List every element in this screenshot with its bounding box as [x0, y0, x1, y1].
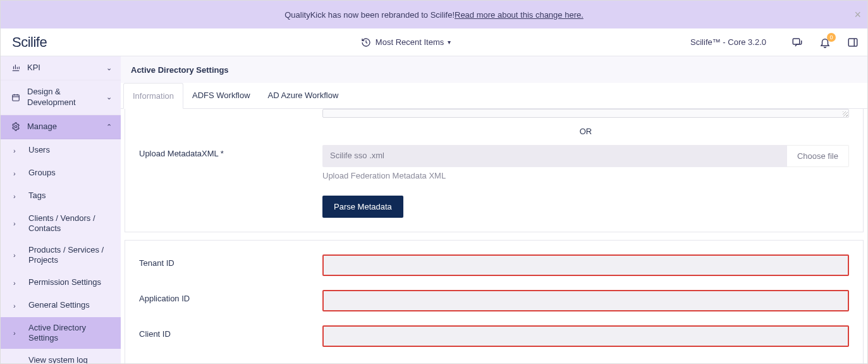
choose-file-button[interactable]: Choose file: [787, 145, 849, 167]
history-icon: [360, 37, 372, 48]
sidebar-label: KPI: [27, 63, 106, 73]
chevron-right-icon: ›: [13, 302, 18, 310]
svg-rect-0: [793, 39, 800, 44]
chart-icon: [11, 63, 21, 73]
header-actions: 0: [792, 37, 867, 48]
sidebar: KPI ⌄ Design & Development ⌄ Manage ⌃ ›U…: [1, 56, 121, 364]
chevron-right-icon: ›: [13, 329, 18, 337]
sidebar-section-manage[interactable]: Manage ⌃: [1, 115, 121, 139]
tenant-id-label: Tenant ID: [139, 254, 322, 268]
sidebar-item-products[interactable]: ›Products / Services / Projects: [1, 239, 121, 272]
version-text: Scilife™ - Core 3.2.0: [690, 37, 766, 47]
close-icon[interactable]: ×: [854, 8, 861, 22]
sidebar-item-label: View system log: [28, 355, 112, 364]
chevron-right-icon: ›: [13, 170, 18, 177]
chevron-down-icon: ▾: [448, 39, 451, 46]
sidebar-item-label: Products / Services / Projects: [28, 245, 112, 266]
sidebar-label: Design & Development: [27, 87, 106, 108]
chevron-right-icon: ›: [13, 147, 18, 154]
sidebar-item-permission[interactable]: ›Permission Settings: [1, 272, 121, 294]
sidebar-item-users[interactable]: ›Users: [1, 139, 121, 162]
svg-rect-1: [848, 39, 857, 46]
chevron-right-icon: ›: [13, 220, 18, 227]
sidebar-item-groups[interactable]: ›Groups: [1, 162, 121, 185]
chevron-down-icon: ⌄: [106, 64, 112, 72]
svg-rect-3: [13, 95, 20, 101]
sidebar-item-clients[interactable]: ›Clients / Vendors / Contacts: [1, 208, 121, 240]
chevron-down-icon: ⌄: [106, 93, 112, 101]
feedback-icon[interactable]: [792, 37, 803, 48]
sidebar-item-label: Clients / Vendors / Contacts: [28, 213, 112, 234]
sidebar-item-label: Groups: [28, 168, 112, 178]
panel-icon[interactable]: [847, 37, 859, 48]
tab-azure-workflow[interactable]: AD Azure Workflow: [259, 83, 348, 108]
tab-adfs-workflow[interactable]: ADFS Workflow: [183, 83, 259, 108]
tabs: Information ADFS Workflow AD Azure Workf…: [121, 83, 867, 109]
logo: Scilife: [1, 34, 121, 51]
main-content: Active Directory Settings Information AD…: [121, 56, 867, 364]
sidebar-item-label: General Settings: [28, 300, 112, 310]
sidebar-section-kpi[interactable]: KPI ⌄: [1, 56, 121, 80]
rebrand-banner: QualityKick has now been rebranded to Sc…: [1, 1, 867, 28]
tab-information[interactable]: Information: [123, 83, 183, 109]
banner-text: QualityKick has now been rebranded to Sc…: [284, 10, 455, 20]
chevron-up-icon: ⌃: [106, 123, 112, 131]
page-title: Active Directory Settings: [121, 56, 867, 83]
gear-icon: [11, 122, 21, 132]
sidebar-item-label: Users: [28, 145, 112, 155]
banner-link[interactable]: Read more about this change here.: [455, 10, 584, 20]
application-id-label: Application ID: [139, 290, 322, 303]
sidebar-item-general[interactable]: ›General Settings: [1, 294, 121, 317]
chevron-right-icon: ›: [13, 279, 18, 287]
bell-icon[interactable]: 0: [819, 37, 831, 48]
upload-hint: Upload Federation Metadata XML: [322, 171, 849, 180]
upload-label: Upload MetadataXML *: [139, 145, 322, 158]
sidebar-item-label: Tags: [28, 191, 112, 201]
sidebar-item-syslog[interactable]: View system log: [1, 349, 121, 364]
app-header: Scilife Most Recent Items ▾ Scilife™ - C…: [1, 28, 867, 56]
notification-badge: 0: [827, 33, 836, 42]
most-recent-label: Most Recent Items: [376, 37, 444, 47]
file-name-display: Scilife sso .xml: [322, 145, 787, 167]
svg-point-7: [15, 125, 17, 128]
most-recent-dropdown[interactable]: Most Recent Items ▾: [121, 37, 690, 48]
or-divider: OR: [322, 127, 849, 136]
metadata-textarea[interactable]: [322, 109, 849, 118]
calendar-icon: [11, 92, 21, 103]
chevron-right-icon: ›: [13, 251, 18, 259]
sidebar-item-active-directory[interactable]: ›Active Directory Settings: [1, 317, 121, 349]
client-id-label: Client ID: [139, 325, 322, 339]
sidebar-label: Manage: [27, 122, 106, 132]
parse-metadata-button[interactable]: Parse Metadata: [322, 196, 403, 218]
sidebar-item-label: Permission Settings: [28, 277, 112, 287]
sidebar-section-design[interactable]: Design & Development ⌄: [1, 80, 121, 115]
chevron-right-icon: ›: [13, 192, 18, 200]
client-id-input[interactable]: [322, 325, 849, 347]
sidebar-item-tags[interactable]: ›Tags: [1, 185, 121, 208]
sidebar-item-label: Active Directory Settings: [28, 323, 112, 344]
tenant-id-input[interactable]: [322, 254, 849, 276]
application-id-input[interactable]: [322, 290, 849, 311]
